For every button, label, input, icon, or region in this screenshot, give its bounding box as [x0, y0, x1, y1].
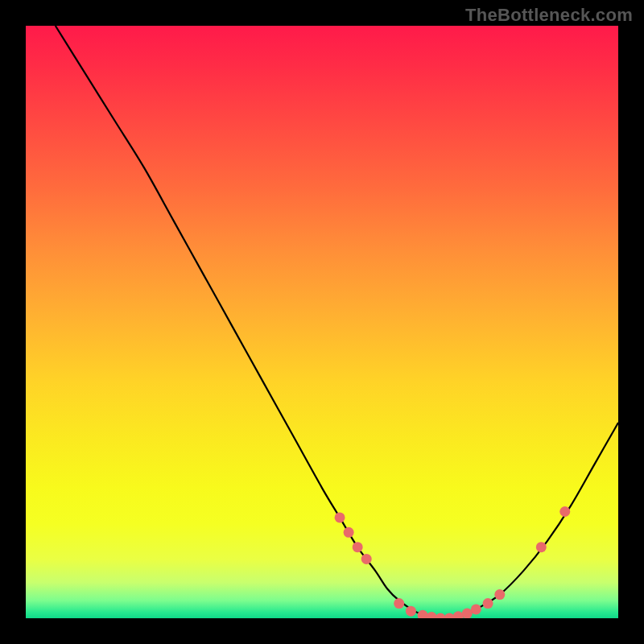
bottleneck-curve — [56, 26, 618, 618]
marker-point — [483, 598, 493, 609]
marker-point — [494, 589, 505, 600]
attribution-text: TheBottleneck.com — [465, 5, 633, 26]
marker-group — [335, 506, 571, 618]
marker-point — [444, 613, 455, 619]
marker-point — [427, 612, 437, 618]
chart-container: TheBottleneck.com — [0, 0, 644, 644]
marker-point — [559, 506, 570, 517]
marker-point — [406, 606, 416, 617]
marker-point — [462, 609, 473, 618]
plot-area — [26, 26, 618, 618]
marker-point — [361, 554, 372, 564]
marker-point — [335, 512, 345, 522]
curve-layer — [26, 26, 618, 618]
marker-point — [353, 542, 363, 552]
marker-point — [436, 613, 446, 619]
marker-point — [344, 527, 354, 538]
marker-point — [394, 598, 404, 609]
marker-point — [453, 611, 464, 618]
marker-point — [471, 604, 481, 614]
marker-point — [536, 542, 547, 552]
